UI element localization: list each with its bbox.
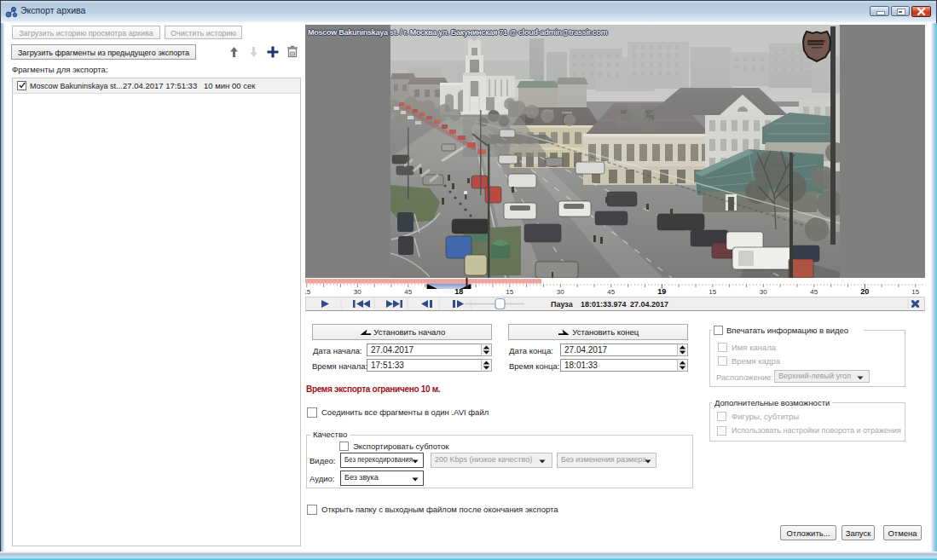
svg-text:15: 15 [911, 288, 919, 296]
svg-text:45: 45 [607, 288, 615, 296]
svg-text:15: 15 [305, 288, 311, 296]
svg-text:20: 20 [860, 287, 869, 296]
svg-text:15: 15 [506, 288, 513, 296]
svg-text:30: 30 [760, 288, 767, 296]
svg-text:30: 30 [354, 288, 361, 296]
svg-text:15: 15 [709, 288, 716, 296]
svg-text:19: 19 [657, 287, 666, 296]
svg-text:45: 45 [404, 288, 412, 296]
svg-text:30: 30 [557, 288, 564, 296]
svg-text:45: 45 [810, 288, 818, 296]
